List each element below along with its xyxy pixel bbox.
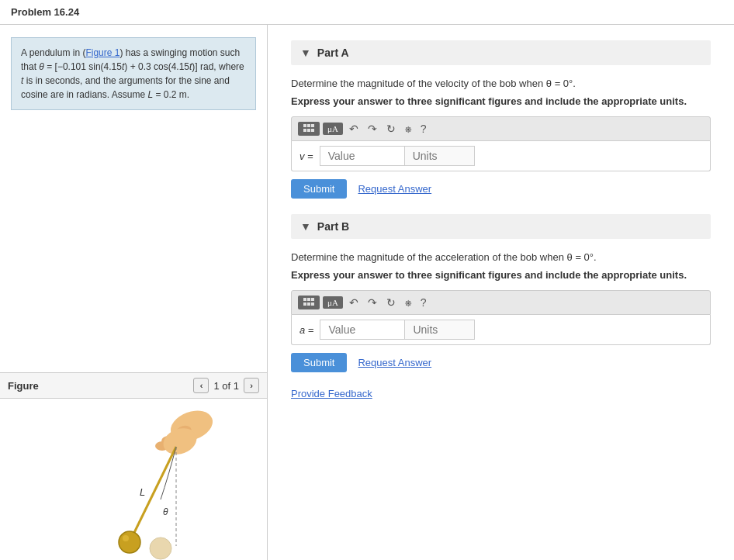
part-a-reset-button[interactable]: ↻ [383,121,399,137]
figure-section: Figure ‹ 1 of 1 › [0,372,267,560]
part-b-value-input[interactable] [320,320,405,340]
svg-rect-20 [307,298,310,301]
part-a-collapse-button[interactable]: ▼ [300,47,311,59]
svg-rect-19 [303,298,306,301]
svg-rect-17 [307,129,310,132]
svg-point-11 [123,535,129,541]
part-a-toolbar: μA ↶ ↷ ↻ ⎈ ? [291,116,711,141]
problem-description: A pendulum in (Figure 1) has a swinging … [11,37,256,110]
part-b-header: ▼ Part B [291,214,711,239]
svg-text:θ: θ [163,506,168,517]
part-b-keyboard-button[interactable]: ⎈ [402,295,414,310]
part-b-question: Determine the magnitude of the accelerat… [291,251,711,263]
part-b-title: Part B [317,220,349,233]
svg-text:L: L [140,486,145,498]
part-a-instruction: Express your answer to three significant… [291,95,711,107]
part-a-question: Determine the magnitude of the velocity … [291,78,711,89]
part-a-request-answer-button[interactable]: Request Answer [358,183,431,195]
svg-rect-24 [311,302,314,306]
part-a-value-input[interactable] [320,146,405,166]
part-a-action-row: Submit Request Answer [291,179,711,199]
part-a-input-row: v = [291,141,711,171]
part-b-instruction: Express your answer to three significant… [291,269,711,281]
figure-image: L θ [0,399,267,560]
part-a-help-button[interactable]: ? [417,121,430,137]
part-a-keyboard-button[interactable]: ⎈ [402,121,414,137]
svg-rect-18 [311,129,314,132]
part-b-collapse-button[interactable]: ▼ [300,220,311,233]
part-b-mu-button[interactable]: μA [323,296,343,309]
svg-line-6 [130,447,176,542]
part-b-input-row: a = [291,315,711,345]
part-b-reset-button[interactable]: ↻ [383,295,399,310]
figure-prev-button[interactable]: ‹ [193,378,209,393]
left-panel: A pendulum in (Figure 1) has a swinging … [0,25,268,560]
mu-icon: μA [327,124,338,133]
part-a-input-label: v = [299,150,313,162]
part-b-units-input[interactable] [405,320,475,340]
part-a-matrix-button[interactable] [298,122,320,136]
page-title: Problem 16.24 [0,0,734,25]
right-panel: ▼ Part A Determine the magnitude of the … [268,25,734,560]
pendulum-svg: L θ [40,399,227,560]
part-a-mu-button[interactable]: μA [323,123,343,135]
part-b-input-label: a = [299,324,313,336]
figure-header: Figure ‹ 1 of 1 › [0,373,267,399]
mu-icon-b: μA [327,298,338,307]
part-a-undo-button[interactable]: ↶ [346,121,362,137]
part-b-input-container: μA ↶ ↷ ↻ ⎈ ? a = [291,290,711,345]
part-b-toolbar: μA ↶ ↷ ↻ ⎈ ? [291,290,711,315]
part-b-section: ▼ Part B Determine the magnitude of the … [291,214,711,372]
svg-rect-13 [303,124,306,127]
figure-link[interactable]: Figure 1 [85,47,119,58]
svg-rect-16 [303,129,306,132]
part-a-header: ▼ Part A [291,40,711,65]
part-a-title: Part A [317,47,349,59]
part-b-help-button[interactable]: ? [417,295,430,310]
part-b-matrix-button[interactable] [298,296,320,309]
part-b-redo-button[interactable]: ↷ [365,295,380,310]
svg-rect-23 [307,302,310,306]
figure-title: Figure [8,380,39,392]
part-a-submit-button[interactable]: Submit [291,179,347,199]
svg-rect-14 [307,124,310,127]
matrix-icon [303,123,315,134]
svg-point-10 [119,531,140,553]
part-b-action-row: Submit Request Answer [291,353,711,372]
part-a-input-container: μA ↶ ↷ ↻ ⎈ ? v = [291,116,711,171]
figure-next-button[interactable]: › [244,378,259,393]
svg-rect-21 [311,298,314,301]
figure-nav: ‹ 1 of 1 › [193,378,259,393]
part-a-units-input[interactable] [405,146,475,166]
part-b-submit-button[interactable]: Submit [291,353,347,372]
svg-point-12 [150,538,171,559]
svg-rect-15 [311,124,314,127]
provide-feedback-link[interactable]: Provide Feedback [291,388,711,399]
part-a-redo-button[interactable]: ↷ [365,121,380,137]
part-b-request-answer-button[interactable]: Request Answer [358,357,431,368]
part-b-undo-button[interactable]: ↶ [346,295,362,310]
svg-rect-22 [303,302,306,306]
figure-page-indicator: 1 of 1 [213,380,239,392]
matrix-icon-b [303,297,315,308]
part-a-section: ▼ Part A Determine the magnitude of the … [291,40,711,199]
